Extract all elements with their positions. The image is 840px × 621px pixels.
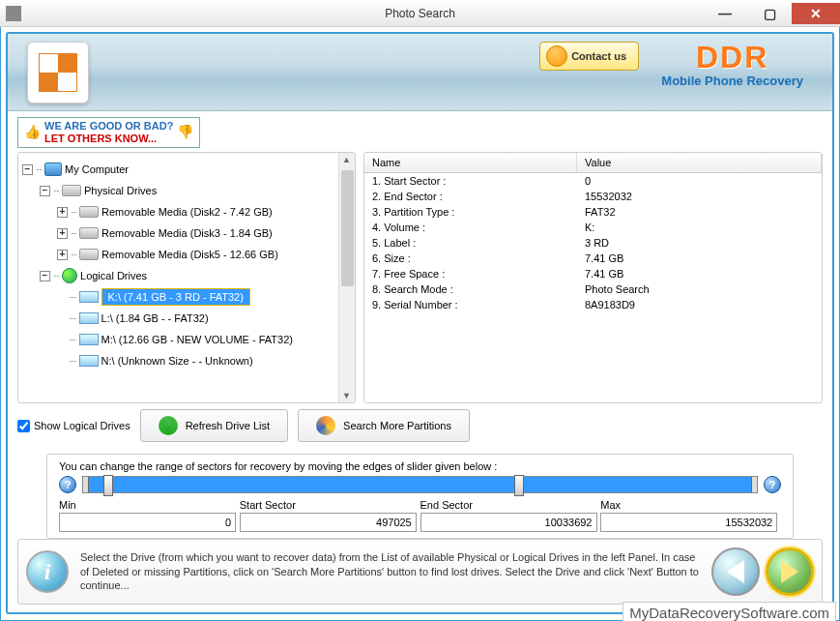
brand-subtitle: Mobile Phone Recovery	[661, 74, 803, 88]
slider-end-handle[interactable]	[514, 475, 524, 496]
tree-item[interactable]: +····Removable Media (Disk5 - 12.66 GB)	[57, 244, 334, 265]
prop-name: 7. Free Space :	[372, 268, 585, 280]
close-button[interactable]: ✕	[792, 3, 840, 24]
feedback-banner[interactable]: 👍 WE ARE GOOD OR BAD? LET OTHERS KNOW...…	[17, 117, 200, 148]
property-row[interactable]: 1. Start Sector :0	[364, 173, 822, 189]
max-input[interactable]	[600, 513, 777, 532]
titlebar[interactable]: Photo Search — ▢ ✕	[0, 0, 840, 27]
arrow-right-icon	[781, 560, 798, 583]
logical-drive-icon	[79, 334, 99, 345]
thumbs-up-icon: 👍	[24, 125, 41, 139]
tree-label: Removable Media (Disk5 - 12.66 GB)	[101, 249, 278, 260]
logical-drive-icon	[79, 312, 99, 324]
drive-icon	[62, 185, 81, 196]
min-field: Min	[59, 499, 240, 532]
tree-label: M:\ (12.66 GB - NEW VOLUME - FAT32)	[101, 334, 293, 345]
prop-name: 6. Size :	[372, 252, 585, 264]
search-more-partitions-button[interactable]: Search More Partitions	[298, 409, 470, 442]
contact-label: Contact us	[571, 50, 626, 62]
maximize-button[interactable]: ▢	[747, 3, 792, 24]
feedback-text: WE ARE GOOD OR BAD? LET OTHERS KNOW...	[44, 120, 173, 145]
collapse-icon[interactable]: −	[40, 186, 50, 196]
logical-drive-icon	[79, 291, 99, 303]
prop-value: 0	[585, 175, 814, 187]
property-row[interactable]: 7. Free Space :7.41 GB	[364, 266, 822, 281]
collapse-icon[interactable]: −	[40, 271, 50, 281]
property-row[interactable]: 9. Serial Number :8A9183D9	[364, 297, 822, 312]
min-input[interactable]	[59, 513, 236, 532]
tree-item[interactable]: +····Removable Media (Disk2 - 7.42 GB)	[57, 201, 334, 222]
properties-panel: Name Value 1. Start Sector :02. End Sect…	[363, 152, 823, 403]
brand-block: DDR Mobile Phone Recovery	[661, 40, 803, 88]
slider-start-handle[interactable]	[103, 475, 113, 496]
collapse-icon[interactable]: −	[22, 164, 33, 175]
start-sector-field: Start Sector	[240, 499, 420, 532]
button-label: Search More Partitions	[343, 420, 451, 431]
tree-physical-drives[interactable]: − ···· Physical Drives	[40, 180, 334, 201]
tree-item[interactable]: ·····M:\ (12.66 GB - NEW VOLUME - FAT32)	[69, 329, 334, 350]
end-sector-field: End Sector	[420, 499, 601, 532]
show-logical-checkbox[interactable]: Show Logical Drives	[17, 420, 130, 432]
person-icon	[546, 45, 567, 67]
start-sector-input[interactable]	[240, 513, 417, 532]
tree-label: Removable Media (Disk2 - 7.42 GB)	[101, 206, 273, 218]
thumbs-down-icon: 👎	[177, 125, 193, 139]
app-logo	[27, 42, 89, 104]
property-row[interactable]: 4. Volume :K:	[364, 220, 822, 235]
sector-slider[interactable]	[82, 476, 758, 493]
info-icon: i	[26, 550, 69, 593]
col-name[interactable]: Name	[364, 153, 577, 172]
slider-min-cap	[83, 477, 89, 492]
property-row[interactable]: 6. Size :7.41 GB	[364, 251, 822, 266]
tree-label: L:\ (1.84 GB - - FAT32)	[101, 312, 209, 324]
back-button[interactable]	[711, 547, 760, 596]
property-row[interactable]: 3. Partition Type :FAT32	[364, 204, 822, 220]
tree-logical-drives[interactable]: − ···· Logical Drives	[40, 265, 334, 286]
expand-icon[interactable]: +	[57, 250, 68, 260]
prop-name: 9. Serial Number :	[372, 299, 585, 310]
tree-item[interactable]: ·····L:\ (1.84 GB - - FAT32)	[69, 308, 334, 329]
help-icon[interactable]: ?	[764, 476, 781, 493]
brand-name: DDR	[661, 40, 803, 75]
tree-root[interactable]: − ···· My Computer	[22, 159, 334, 180]
next-button[interactable]	[766, 547, 814, 596]
tree-scrollbar[interactable]	[338, 153, 355, 402]
minimize-button[interactable]: —	[703, 3, 747, 24]
prop-name: 5. Label :	[372, 237, 585, 249]
expand-icon[interactable]: +	[57, 207, 68, 218]
prop-value: K:	[585, 222, 814, 233]
drive-tree[interactable]: − ···· My Computer − ···· Physical Drive…	[18, 153, 338, 402]
footer-text: Select the Drive (from which you want to…	[80, 550, 700, 594]
logical-drive-icon	[79, 355, 99, 367]
refresh-icon	[159, 416, 178, 435]
property-row[interactable]: 2. End Sector :15532032	[364, 189, 822, 204]
properties-header: Name Value	[364, 153, 822, 173]
field-label: Start Sector	[240, 499, 420, 511]
field-label: End Sector	[420, 499, 601, 511]
property-row[interactable]: 8. Search Mode :Photo Search	[364, 281, 822, 297]
tree-label: N:\ (Unknown Size - - Unknown)	[101, 355, 253, 367]
prop-name: 3. Partition Type :	[372, 206, 585, 218]
field-label: Min	[59, 499, 240, 511]
prop-value: 7.41 GB	[585, 268, 814, 280]
checkbox-input[interactable]	[17, 420, 30, 432]
removable-drive-icon	[79, 249, 99, 260]
refresh-drive-list-button[interactable]: Refresh Drive List	[140, 409, 288, 442]
button-label: Refresh Drive List	[186, 420, 270, 431]
expand-icon[interactable]: +	[57, 228, 68, 239]
help-icon[interactable]: ?	[59, 476, 76, 493]
tree-item[interactable]: +····Removable Media (Disk3 - 1.84 GB)	[57, 222, 334, 244]
field-label: Max	[600, 499, 781, 511]
tree-label: K:\ (7.41 GB - 3 RD - FAT32)	[101, 288, 250, 306]
prop-value: 8A9183D9	[585, 299, 814, 310]
end-sector-input[interactable]	[420, 513, 597, 532]
tree-item[interactable]: ·····N:\ (Unknown Size - - Unknown)	[69, 350, 334, 371]
col-value[interactable]: Value	[577, 153, 822, 172]
contact-us-button[interactable]: Contact us	[539, 42, 639, 71]
prop-value: 3 RD	[585, 237, 814, 249]
tree-item-selected[interactable]: ·····K:\ (7.41 GB - 3 RD - FAT32)	[69, 286, 334, 308]
property-row[interactable]: 5. Label :3 RD	[364, 235, 822, 251]
tree-label: My Computer	[65, 163, 129, 175]
globe-icon	[62, 268, 77, 283]
removable-drive-icon	[79, 227, 99, 239]
